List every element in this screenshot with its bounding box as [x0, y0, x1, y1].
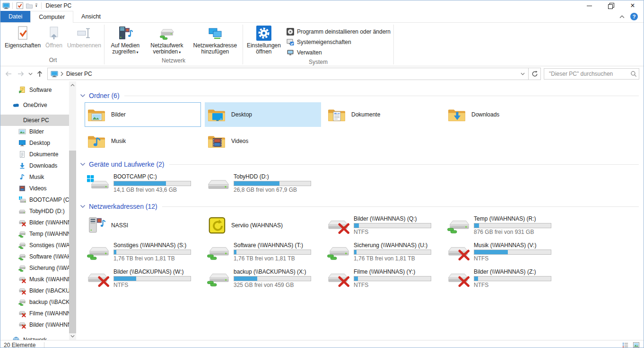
netzlaufwerk-verbinden-button[interactable]: Netzlaufwerk verbinden▾ [146, 25, 188, 56]
breadcrumb[interactable]: Dieser PC [66, 71, 92, 77]
large-icons-view-button[interactable] [632, 341, 640, 348]
section-header[interactable]: Geräte und Laufwerke (2) [80, 160, 639, 169]
forward-button[interactable] [15, 68, 27, 80]
search-input[interactable] [548, 70, 630, 78]
sidebar-item-desktop[interactable]: Desktop [0, 137, 76, 149]
sidebar-item-backup[interactable]: backup (\\BACKUPNAS) (X:) [0, 296, 76, 308]
sidebar-item-bilder[interactable]: Bilder (\\WAHNNAS) (Z:) [0, 319, 76, 330]
restore-button[interactable] [600, 0, 622, 11]
folder-tile[interactable]: Musik [85, 129, 201, 153]
sidebar-item-onedrive[interactable]: OneDrive [0, 99, 76, 111]
refresh-button[interactable] [529, 68, 541, 80]
netzwerkadresse-hinzufuegen-button[interactable]: Netzwerkadresse hinzufügen [188, 25, 242, 56]
oeffnen-button[interactable]: Öffnen [43, 25, 65, 50]
back-arrow-icon [5, 70, 12, 78]
drive-tile[interactable]: Temp (\\WAHNNAS) (R:)876 GB frei von 931… [445, 213, 561, 238]
tile-info: 876 GB frei von 931 GB [474, 229, 559, 235]
close-button[interactable]: × [622, 0, 644, 11]
sidebar-item-downloads[interactable]: Downloads [0, 160, 76, 171]
netdrive-icon [18, 230, 26, 238]
netdrive-off-big-icon [87, 270, 110, 287]
tab-datei[interactable]: Datei [0, 11, 30, 22]
scroll-down-icon[interactable] [70, 335, 75, 338]
address-bar[interactable]: Dieser PC [47, 68, 529, 80]
tile-label: Bilder (\\WAHNNAS) (Q:) [354, 215, 439, 222]
search-box[interactable] [544, 68, 639, 80]
help-icon[interactable]: ? [630, 13, 638, 20]
details-view-button[interactable] [621, 341, 629, 348]
collapse-ribbon-icon[interactable] [619, 15, 625, 18]
sidebar-item-software[interactable]: Software (\\WAHNNAS) (T:) [0, 251, 76, 262]
group-label-ort: Ort [2, 56, 104, 66]
recent-locations-button[interactable] [27, 68, 34, 80]
music-icon [18, 173, 26, 181]
sidebar-item-filme[interactable]: Filme (\\WAHNNAS) (Y:) [0, 308, 76, 319]
properties-check-icon[interactable] [16, 2, 24, 9]
sidebar-item-tobyhdd[interactable]: TobyHDD (D:) [0, 205, 76, 217]
sidebar-item-bilder[interactable]: Bilder (\\WAHNNAS) (Q:) [0, 217, 76, 228]
drive-tile[interactable]: BOOTCAMP (C:)14,1 GB frei von 43,6 GB [85, 171, 201, 196]
ribbon: Eigenschaften Öffnen Umbenennen Ort Auf … [0, 23, 644, 66]
sidebar-item-musik[interactable]: Musik [0, 171, 76, 183]
folder-tile[interactable]: Serviio (WAHNNAS) [205, 213, 321, 238]
folder-tile[interactable]: NASSI [85, 213, 201, 238]
verwalten-button[interactable]: Verwalten [284, 47, 393, 58]
drive-tile[interactable]: Sicherung (\\WAHNNAS) (U:)1,76 TB frei v… [325, 240, 441, 264]
sidebar-item-bilder[interactable]: Bilder [0, 126, 76, 137]
new-folder-icon[interactable] [26, 2, 33, 9]
sidebar-item-bilder[interactable]: Bilder (\\BACKUPNAS) (W:) [0, 285, 76, 296]
drive-tile[interactable]: TobyHDD (D:)26,8 GB frei von 67,9 GB [205, 171, 321, 196]
customize-quick-access-dropdown-icon[interactable]: ▾ [35, 4, 37, 8]
capacity-bar [354, 250, 431, 255]
back-button[interactable] [2, 68, 15, 80]
drive-tile[interactable]: Software (\\WAHNNAS) (T:)1,76 TB frei vo… [205, 240, 321, 264]
search-icon[interactable] [630, 71, 637, 77]
folder-tile[interactable]: Downloads [445, 102, 561, 127]
systemeigenschaften-button[interactable]: Systemeigenschaften [284, 37, 393, 47]
drive-tile[interactable]: backup (\\BACKUPNAS) (X:)325 GB frei von… [205, 266, 321, 291]
system-properties-icon [287, 38, 294, 46]
sidebar-item-dokumente[interactable]: Dokumente [0, 149, 76, 160]
sidebar-item-musik[interactable]: Musik (\\WAHNNAS) (V:) [0, 274, 76, 285]
programm-deinstallieren-button[interactable]: Programm deinstallieren oder ändern [284, 27, 393, 37]
drive-tile[interactable]: Bilder (\\WAHNNAS) (Q:)NTFS [325, 213, 441, 238]
tile-info: 325 GB frei von 459 GB [234, 282, 319, 288]
eigenschaften-button[interactable]: Eigenschaften [2, 25, 43, 50]
sidebar-item-netzwerk[interactable]: Netzwerk [0, 334, 76, 340]
section-header[interactable]: Ordner (6) [80, 91, 639, 100]
einstellungen-oeffnen-button[interactable]: Einstellungen öffnen [244, 25, 284, 56]
sidebar-item-software[interactable]: Software [0, 84, 76, 96]
tab-ansicht[interactable]: Ansicht [73, 11, 109, 22]
scroll-up-icon[interactable] [70, 84, 75, 87]
tile-label: Downloads [471, 111, 499, 118]
divider [104, 25, 104, 64]
drive-tile[interactable]: Bilder (\\BACKUPNAS) (W:)NTFS [85, 266, 201, 291]
tab-computer[interactable]: Computer [30, 11, 73, 23]
group-label-netzwerk: Netzwerk [105, 56, 242, 66]
folder-tile[interactable]: Dokumente [325, 102, 441, 127]
drive-tile[interactable]: Filme (\\WAHNNAS) (Y:)NTFS [325, 266, 441, 291]
sidebar-item-bootcamp[interactable]: BOOTCAMP (C:) [0, 194, 76, 205]
up-button[interactable] [34, 68, 46, 80]
section-header[interactable]: Netzwerkadressen (12) [80, 202, 639, 211]
address-dropdown-button[interactable] [517, 68, 528, 80]
sidebar-item-temp[interactable]: Temp (\\WAHNNAS) (R:) [0, 228, 76, 240]
auf-medien-zugreifen-button[interactable]: Auf Medien zugreifen▾ [105, 25, 146, 56]
minimize-button[interactable] [578, 0, 600, 11]
umbenennen-button[interactable]: Umbenennen [65, 25, 104, 50]
sidebar-item-sicherung[interactable]: Sicherung (\\WAHNNAS) (U:) [0, 262, 76, 274]
sidebar-item-dieser[interactable]: Dieser PC [0, 115, 76, 126]
folder-tile[interactable]: Desktop [205, 102, 321, 127]
sidebar-scrollbar[interactable] [69, 81, 76, 340]
drive-tile[interactable]: Musik (\\WAHNNAS) (V:)NTFS [445, 240, 561, 264]
scrollbar-thumb[interactable] [69, 151, 76, 333]
sidebar-item-sonstiges[interactable]: Sonstiges (\\WAHNNAS) (S:) [0, 240, 76, 251]
sidebar-item-videos[interactable]: Videos [0, 183, 76, 194]
folder-tile[interactable]: Bilder [85, 102, 201, 127]
netdrive-big-icon [447, 217, 470, 234]
forward-arrow-icon [17, 70, 25, 78]
drive-tile[interactable]: Sonstiges (\\WAHNNAS) (S:)1,76 TB frei v… [85, 240, 201, 264]
tile-info: 1,76 TB frei von 1,81 TB [234, 256, 319, 262]
folder-tile[interactable]: Videos [205, 129, 321, 153]
drive-tile[interactable]: Bilder (\\WAHNNAS) (Z:)NTFS [445, 266, 561, 291]
